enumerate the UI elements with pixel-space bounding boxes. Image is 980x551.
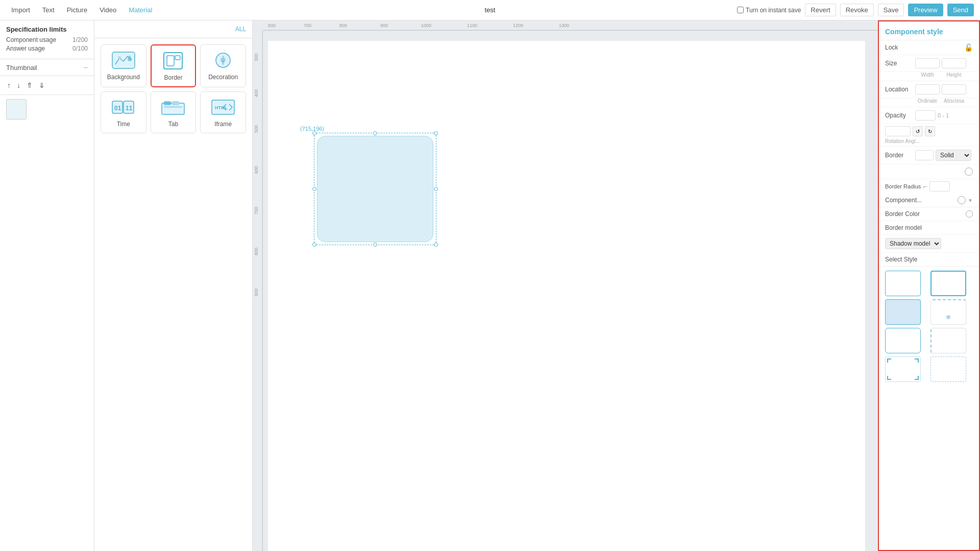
svg-text:400: 400 (254, 89, 259, 97)
rotation-sub-row: Rotation Angl... (879, 138, 979, 147)
svg-rect-17 (164, 106, 182, 108)
size-sub-row: Width Height (879, 72, 979, 81)
width-input[interactable]: 312 (915, 58, 940, 68)
style-option-8[interactable] (930, 356, 966, 382)
style-option-2[interactable] (930, 271, 966, 296)
selection-box[interactable] (314, 133, 436, 245)
thumbnail-image (6, 99, 27, 119)
text-button[interactable]: Text (37, 4, 60, 16)
material-button[interactable]: Material (124, 4, 157, 16)
iframe-icon: HTML (211, 97, 235, 117)
border-model-label: Border model (885, 224, 922, 231)
video-button[interactable]: Video (94, 4, 121, 16)
answer-usage-row: Answer usage 0/100 (6, 45, 88, 52)
style-option-7[interactable] (885, 356, 921, 382)
nav-arrows: ↑ ↓ ⇑ ⇓ (0, 76, 94, 95)
svg-point-1 (118, 56, 121, 59)
lock-label: Lock (885, 44, 913, 51)
component-style-title: Component style (879, 21, 979, 40)
handle-middle-right[interactable] (434, 187, 438, 191)
border-value-input[interactable]: 0 (915, 150, 934, 160)
svg-text:700: 700 (304, 23, 311, 28)
comp-item-tab[interactable]: Tab (151, 91, 197, 133)
handle-bottom-left[interactable] (312, 243, 316, 247)
handle-middle-left[interactable] (312, 187, 316, 191)
style-option-5[interactable] (885, 328, 921, 353)
svg-text:900: 900 (380, 23, 388, 28)
decoration-icon (211, 50, 235, 70)
svg-text:600: 600 (254, 166, 259, 174)
handle-bottom-center[interactable] (373, 243, 377, 247)
coord-label: (715,196) (299, 125, 326, 132)
ordinate-input[interactable]: 196 (915, 84, 940, 94)
rotate-left-button[interactable]: ↺ (913, 126, 923, 136)
svg-point-7 (220, 57, 226, 63)
handle-bottom-right[interactable] (434, 243, 438, 247)
border-model-select[interactable]: Shadow model (885, 238, 941, 249)
component-toggle-label: Component... (885, 197, 922, 204)
comp-item-iframe[interactable]: HTML Iframe (200, 91, 246, 133)
thumbnail-collapse-icon[interactable]: − (84, 63, 88, 71)
comp-item-decoration[interactable]: Decoration (200, 44, 246, 87)
nav-up-button[interactable]: ↑ (6, 80, 12, 90)
svg-text:300: 300 (254, 54, 259, 61)
svg-text:800: 800 (339, 23, 347, 28)
border-style-select[interactable]: Solid (936, 150, 971, 161)
comp-item-time[interactable]: 01 11 Time (101, 91, 146, 133)
nav-down-button[interactable]: ↓ (16, 80, 21, 90)
style-option-6[interactable] (930, 328, 966, 353)
handle-top-left[interactable] (312, 131, 316, 135)
document-title: test (485, 6, 496, 14)
import-button[interactable]: Import (6, 4, 35, 16)
all-button[interactable]: ALL (235, 26, 246, 33)
component-chevron-icon[interactable]: ▼ (968, 198, 973, 203)
component-toggle-circle[interactable] (958, 196, 966, 204)
comp-item-background[interactable]: Background (101, 44, 146, 87)
style-option-4[interactable] (930, 299, 966, 325)
svg-text:800: 800 (254, 248, 259, 255)
location-row: Location 196 715 (879, 81, 979, 98)
thumbnail-preview (0, 95, 94, 124)
comp-item-border[interactable]: Border (151, 44, 197, 87)
style-option-1[interactable] (885, 271, 921, 296)
toolbar-right: Turn on instant save Revert Revoke Save … (737, 4, 974, 16)
nav-bottom-button[interactable]: ⇓ (38, 80, 46, 90)
canvas-area[interactable]: 600 700 800 900 1000 1100 1200 1300 300 … (253, 20, 878, 551)
revert-button[interactable]: Revert (805, 4, 836, 16)
revoke-button[interactable]: Revoke (840, 4, 874, 16)
handle-top-center[interactable] (373, 131, 377, 135)
size-label: Size (885, 60, 913, 67)
abscissa-input[interactable]: 715 (942, 84, 966, 94)
handle-top-right[interactable] (434, 131, 438, 135)
opacity-input[interactable]: 1 (915, 110, 936, 121)
width-sub-label: Width (915, 72, 940, 78)
opacity-row: Opacity 1 0 - 1 (879, 107, 979, 124)
style-option-3[interactable] (885, 299, 921, 325)
send-button[interactable]: Send (947, 4, 974, 16)
opacity-label: Opacity (885, 112, 913, 119)
instant-save-checkbox[interactable] (737, 7, 744, 13)
nav-top-button[interactable]: ⇑ (26, 80, 34, 90)
rotation-input[interactable]: 0 (885, 126, 911, 136)
preview-button[interactable]: Preview (908, 4, 943, 16)
border-component[interactable] (317, 136, 433, 242)
border-color-swatch[interactable] (966, 210, 973, 218)
height-input[interactable]: 268 (942, 58, 966, 68)
time-label: Time (117, 121, 130, 128)
instant-save-container: Turn on instant save (737, 7, 801, 14)
border-radius-input[interactable]: 0 (929, 181, 950, 191)
size-row-label: Size 312 268 (879, 55, 979, 72)
rotate-right-button[interactable]: ↻ (925, 126, 935, 136)
thumbnail-section: Thumbnail − (0, 59, 94, 76)
lock-icon[interactable]: 🔓 (964, 43, 973, 52)
border-color-circle[interactable] (965, 167, 973, 176)
save-button[interactable]: Save (878, 4, 904, 16)
picture-button[interactable]: Picture (62, 4, 92, 16)
location-sub-row: Ordinate Abscissa (879, 98, 979, 107)
canvas-white (268, 41, 865, 551)
background-label: Background (107, 74, 140, 81)
border-row: Border 0 Solid (879, 147, 979, 164)
instant-save-label: Turn on instant save (746, 7, 801, 14)
border-color-label-row: Border Color (879, 207, 979, 221)
border-color-row (879, 164, 979, 179)
